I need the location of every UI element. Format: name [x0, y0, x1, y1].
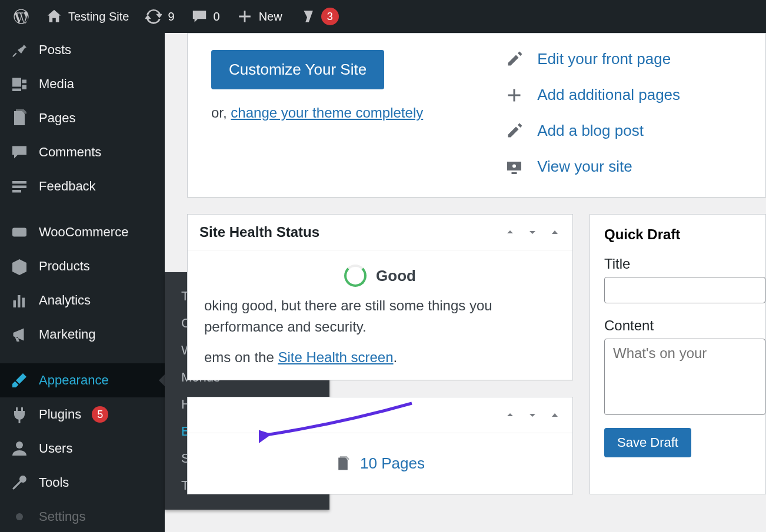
add-post-link[interactable]: Add a blog post: [505, 122, 680, 140]
home-icon: [46, 8, 62, 25]
new-label: New: [259, 10, 282, 24]
view-icon: [505, 158, 523, 176]
move-down-icon[interactable]: [527, 226, 538, 238]
sidebar-label: Marketing: [39, 327, 96, 342]
move-down-icon[interactable]: [527, 409, 538, 421]
site-name: Testing Site: [68, 10, 129, 24]
change-theme-link[interactable]: change your theme completely: [231, 105, 423, 121]
sidebar-item-posts[interactable]: Posts: [0, 33, 165, 67]
health-text: performance and security.: [204, 319, 556, 335]
at-a-glance-panel: 10 Pages: [187, 397, 573, 494]
svg-rect-0: [12, 228, 26, 237]
health-text: oking good, but there are still some thi…: [204, 297, 556, 314]
health-circle-icon: [344, 265, 367, 287]
megaphone-icon: [11, 326, 28, 343]
woo-icon: [11, 223, 28, 241]
sidebar-item-woocommerce[interactable]: WooCommerce: [0, 215, 165, 249]
site-home-link[interactable]: Testing Site: [38, 0, 137, 33]
media-icon: [11, 75, 28, 93]
sidebar-item-settings[interactable]: Settings: [0, 500, 165, 532]
sidebar-label: Comments: [39, 145, 101, 160]
sidebar-item-marketing[interactable]: Marketing: [0, 317, 165, 352]
sidebar-item-users[interactable]: Users: [0, 431, 165, 466]
sidebar-label: Appearance: [39, 373, 109, 388]
svg-point-1: [16, 441, 23, 449]
move-up-icon[interactable]: [504, 409, 516, 421]
comment-icon: [191, 8, 208, 25]
draft-content-textarea[interactable]: [604, 339, 765, 415]
panel-controls: [504, 409, 561, 421]
updates-link[interactable]: 9: [137, 0, 182, 33]
update-icon: [145, 8, 162, 25]
add-pages-link[interactable]: Add additional pages: [505, 86, 680, 104]
quick-draft-title: Quick Draft: [604, 226, 765, 243]
products-icon: [11, 257, 28, 275]
health-status-text: Good: [376, 267, 416, 285]
new-content-link[interactable]: New: [228, 0, 291, 33]
sidebar-label: Media: [39, 76, 74, 92]
site-health-panel: Site Health Status Good oking good, but …: [187, 214, 573, 380]
or-change-theme: or, change your theme completely: [211, 105, 423, 121]
draft-title-input[interactable]: [604, 277, 765, 303]
sidebar-label: Users: [39, 441, 72, 456]
settings-icon: [11, 508, 28, 526]
sidebar-item-products[interactable]: Products: [0, 249, 165, 283]
sidebar-item-media[interactable]: Media: [0, 67, 165, 101]
pages-icon: [11, 109, 28, 127]
sidebar-item-plugins[interactable]: Plugins 5: [0, 397, 165, 431]
toggle-icon[interactable]: [549, 226, 561, 238]
sidebar-label: Posts: [39, 42, 71, 58]
save-draft-button[interactable]: Save Draft: [604, 428, 691, 457]
pages-icon: [335, 456, 351, 471]
sidebar-label: Feedback: [39, 179, 96, 194]
main-content: Customize Your Site or, change your them…: [165, 33, 766, 532]
comments-count: 0: [214, 10, 220, 24]
link-label: Edit your front page: [537, 50, 671, 68]
brush-icon: [11, 372, 28, 389]
yoast-icon: [299, 8, 315, 25]
users-icon: [11, 440, 28, 457]
updates-count: 9: [168, 10, 174, 24]
sidebar-label: Analytics: [39, 293, 91, 308]
admin-sidebar: Posts Media Pages Comments Feedback WooC…: [0, 33, 165, 532]
plugin-icon: [11, 406, 28, 423]
pin-icon: [11, 41, 28, 59]
wp-logo[interactable]: [5, 0, 38, 33]
pages-count-link[interactable]: 10 Pages: [360, 454, 425, 473]
panel-controls: [504, 226, 561, 238]
yoast-link[interactable]: 3: [291, 0, 347, 33]
link-label: View your site: [537, 158, 632, 176]
yoast-badge: 3: [321, 8, 339, 25]
link-label: Add additional pages: [537, 86, 680, 104]
edit-icon: [505, 51, 523, 68]
panel-title: [199, 407, 204, 423]
sidebar-item-feedback[interactable]: Feedback: [0, 169, 165, 203]
welcome-panel: Customize Your Site or, change your them…: [187, 33, 766, 198]
sidebar-item-pages[interactable]: Pages: [0, 101, 165, 135]
move-up-icon[interactable]: [504, 226, 516, 238]
sidebar-item-appearance[interactable]: Appearance: [0, 363, 165, 397]
sidebar-label: Products: [39, 259, 90, 274]
title-label: Title: [604, 256, 765, 272]
toggle-icon[interactable]: [549, 409, 561, 421]
sidebar-label: Pages: [39, 111, 75, 126]
feedback-icon: [11, 178, 28, 195]
sidebar-label: Tools: [39, 475, 69, 490]
sidebar-item-analytics[interactable]: Analytics: [0, 283, 165, 317]
health-text: ems on the Site Health screen.: [204, 349, 556, 366]
sidebar-item-tools[interactable]: Tools: [0, 466, 165, 500]
quick-draft-panel: Quick Draft Title Content Save Draft: [590, 214, 766, 494]
plus-icon: [237, 8, 253, 25]
comments-link[interactable]: 0: [183, 0, 228, 33]
admin-bar: Testing Site 9 0 New 3: [0, 0, 766, 33]
site-health-screen-link[interactable]: Site Health screen: [278, 349, 393, 365]
customize-site-button[interactable]: Customize Your Site: [211, 50, 384, 89]
sidebar-item-comments[interactable]: Comments: [0, 135, 165, 169]
content-label: Content: [604, 317, 765, 334]
edit-icon: [505, 122, 523, 140]
analytics-icon: [11, 292, 28, 309]
plus-icon: [505, 86, 523, 104]
sidebar-label: WooCommerce: [39, 225, 128, 240]
view-site-link[interactable]: View your site: [505, 158, 680, 176]
edit-front-page-link[interactable]: Edit your front page: [505, 50, 680, 68]
